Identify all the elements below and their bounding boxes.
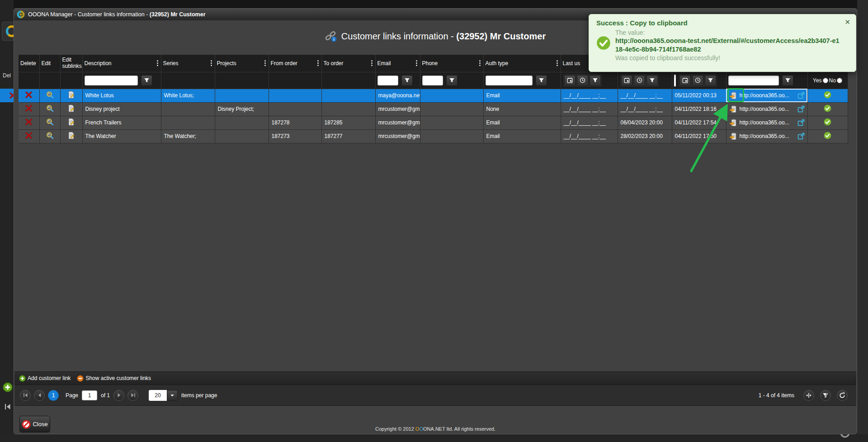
edit-sublinks-icon[interactable]	[67, 91, 75, 99]
column-menu-icon[interactable]	[556, 59, 559, 67]
edit-magnifier-icon[interactable]	[46, 105, 54, 112]
edit-sublinks-icon[interactable]	[67, 132, 75, 139]
calendar-button[interactable]	[621, 75, 632, 86]
phone-filter-input[interactable]	[422, 76, 443, 86]
column-menu-icon[interactable]	[370, 59, 373, 67]
background-window-icon	[2, 22, 14, 41]
column-menu-icon[interactable]	[156, 59, 159, 67]
cell-phone	[420, 89, 483, 102]
customer-link[interactable]: http://ooona365.oo...	[740, 133, 795, 139]
calendar-button[interactable]	[564, 75, 576, 86]
copyright-text: Copyright © 2012 OOONA.NET ltd. All righ…	[14, 426, 857, 432]
delete-cell[interactable]	[19, 89, 39, 102]
add-customer-link-button[interactable]: Add customer link	[19, 375, 71, 382]
email-filter-input[interactable]	[377, 76, 398, 86]
column-menu-icon[interactable]	[210, 59, 213, 67]
copy-link-icon[interactable]	[729, 119, 737, 127]
calendar-button[interactable]	[679, 75, 691, 86]
col-header-series[interactable]: Series	[161, 55, 215, 72]
edit-sublinks-icon[interactable]	[67, 118, 75, 126]
column-menu-icon[interactable]	[478, 59, 481, 67]
cell-to-order: 187285	[321, 116, 375, 129]
last-page-button[interactable]	[127, 390, 138, 401]
edit-magnifier-icon[interactable]	[46, 91, 54, 99]
page-size-select[interactable]: 20	[149, 390, 178, 401]
edit-cell[interactable]	[39, 89, 60, 102]
open-external-icon[interactable]	[797, 119, 805, 126]
col-header-email[interactable]: Email	[375, 55, 420, 72]
filter-button[interactable]	[646, 75, 658, 86]
edit-cell[interactable]	[39, 102, 60, 116]
edit-sublinks-cell[interactable]	[60, 129, 82, 143]
edit-magnifier-icon[interactable]	[46, 118, 54, 126]
cell-email: mrcustomer@gm...	[375, 102, 420, 116]
delete-icon[interactable]	[25, 91, 33, 99]
clock-button[interactable]	[577, 75, 588, 86]
open-external-icon[interactable]	[797, 105, 805, 113]
filter-button[interactable]	[446, 75, 458, 86]
prev-page-button[interactable]	[34, 390, 45, 401]
clock-button[interactable]	[692, 75, 703, 86]
delete-icon[interactable]	[25, 105, 33, 112]
clock-button[interactable]	[634, 75, 645, 86]
filter-button[interactable]	[141, 75, 152, 86]
col-header-auth-type[interactable]: Auth type	[483, 55, 561, 72]
delete-cell[interactable]	[19, 129, 39, 143]
yes-radio[interactable]	[823, 78, 828, 83]
show-active-links-button[interactable]: Show active customer links	[77, 375, 151, 382]
clear-filters-button[interactable]	[820, 390, 831, 401]
auth-type-filter-input[interactable]	[486, 76, 533, 86]
col-header-phone[interactable]: Phone	[420, 55, 483, 72]
table-row[interactable]: Disney project Disney Project; mrcustome…	[19, 102, 848, 116]
cell-projects: Disney Project;	[215, 102, 269, 116]
edit-cell[interactable]	[39, 116, 60, 129]
col-header-from-order[interactable]: From order	[269, 55, 321, 72]
filter-button[interactable]	[705, 75, 716, 86]
copy-link-icon[interactable]	[729, 133, 737, 140]
chevron-down-icon[interactable]	[167, 390, 178, 401]
edit-sublinks-icon[interactable]	[67, 105, 75, 112]
filter-button[interactable]	[590, 75, 601, 86]
close-icon[interactable]: ✕	[844, 18, 850, 26]
delete-cell[interactable]	[19, 116, 39, 129]
table-row[interactable]: French Trailers 187278 187285 mrcustomer…	[19, 116, 848, 129]
description-filter-input[interactable]	[85, 76, 138, 86]
edit-cell[interactable]	[39, 129, 60, 143]
no-radio[interactable]	[837, 78, 842, 83]
filter-button[interactable]	[536, 75, 547, 86]
background-bottom-strip: Copyright © 2012 OOONA.NET ltd. All righ…	[0, 434, 868, 442]
resize-columns-button[interactable]	[803, 390, 814, 401]
filter-button[interactable]	[401, 75, 413, 86]
col-header-to-order[interactable]: To order	[321, 55, 375, 72]
edit-sublinks-cell[interactable]	[60, 89, 82, 102]
customer-link[interactable]: http://ooona365.oo...	[740, 106, 795, 112]
edit-magnifier-icon[interactable]	[46, 132, 54, 139]
col-header-description[interactable]: Description	[82, 55, 161, 72]
customer-link[interactable]: http://ooona365.oo...	[740, 92, 795, 99]
customer-link[interactable]: http://ooona365.oo...	[740, 119, 795, 126]
refresh-button[interactable]	[837, 390, 848, 401]
next-page-button[interactable]	[113, 390, 124, 401]
open-external-icon[interactable]	[797, 92, 805, 99]
column-menu-icon[interactable]	[316, 59, 320, 67]
column-menu-icon[interactable]	[415, 59, 418, 67]
copy-link-icon[interactable]	[729, 92, 737, 100]
delete-cell[interactable]	[19, 102, 39, 116]
delete-icon[interactable]	[25, 118, 33, 126]
col-header-projects[interactable]: Projects	[215, 55, 269, 72]
copy-link-icon[interactable]	[729, 105, 737, 113]
current-page-button[interactable]: 1	[48, 390, 59, 401]
edit-sublinks-cell[interactable]	[60, 102, 82, 116]
table-row[interactable]: White Lotus White Lotus; maya@ooona.net …	[19, 89, 848, 102]
column-menu-icon[interactable]	[264, 59, 267, 67]
filter-button[interactable]	[782, 75, 793, 86]
cell-projects	[215, 116, 269, 129]
table-row[interactable]: The Watcher The Watcher; 187273 187277 m…	[19, 129, 848, 143]
open-external-icon[interactable]	[797, 133, 805, 140]
app-logo-icon	[17, 10, 25, 19]
edit-sublinks-cell[interactable]	[60, 116, 82, 129]
first-page-button[interactable]	[20, 390, 31, 401]
delete-icon[interactable]	[25, 132, 33, 139]
url-filter-input[interactable]	[728, 76, 779, 86]
page-number-input[interactable]	[82, 390, 97, 400]
